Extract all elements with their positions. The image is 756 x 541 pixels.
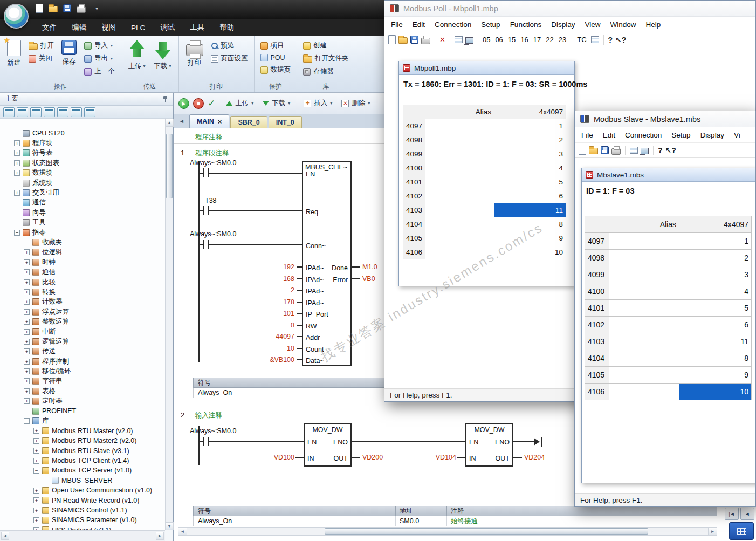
tree-item[interactable]: +表格: [0, 386, 165, 396]
alias-cell[interactable]: [609, 250, 679, 266]
close-button[interactable]: 关闭: [26, 53, 56, 64]
symbol-comment[interactable]: 始终接通: [451, 516, 478, 526]
plc-menu-PLC[interactable]: PLC: [123, 21, 153, 35]
register-address[interactable]: 4103: [403, 203, 425, 217]
download-toolbar-button[interactable]: 下载▾: [260, 97, 293, 109]
function-15-button[interactable]: 15: [508, 36, 516, 44]
setup-grid-icon[interactable]: [630, 147, 638, 154]
expand-plus-icon[interactable]: +: [24, 279, 30, 285]
symbol-name[interactable]: Always_On: [198, 389, 232, 396]
scrollbar-thumb[interactable]: [166, 134, 173, 198]
tree-item[interactable]: +符号表: [0, 148, 165, 158]
operand-value[interactable]: 178: [249, 298, 294, 306]
register-value[interactable]: 8: [494, 217, 566, 231]
sidebar-tool-icon[interactable]: [17, 107, 28, 117]
sidebar-tool-icon[interactable]: [71, 107, 82, 117]
plc-menu-文件[interactable]: 文件: [35, 20, 64, 35]
expand-plus-icon[interactable]: +: [24, 319, 30, 325]
tree-item[interactable]: +定时器: [0, 396, 165, 406]
register-address[interactable]: 4099: [585, 266, 609, 283]
expand-plus-icon[interactable]: +: [24, 289, 30, 295]
tree-item[interactable]: +计数器: [0, 297, 165, 307]
tc-button[interactable]: TC: [577, 36, 586, 44]
plc-menu-编辑[interactable]: 编辑: [64, 20, 94, 35]
upload-toolbar-button[interactable]: 上传▾: [223, 97, 256, 109]
print-button[interactable]: 打印: [183, 38, 207, 69]
quick-new-icon[interactable]: [36, 4, 43, 13]
mov-dw-block[interactable]: MOV_DW EN ENO IN OUT: [465, 423, 513, 467]
plc-menu-视图[interactable]: 视图: [94, 20, 123, 35]
page-setup-button[interactable]: 页面设置: [209, 53, 250, 64]
display-icon[interactable]: [641, 148, 649, 154]
mbslave-doc-titlebar[interactable]: Mbslave1.mbs: [582, 168, 755, 182]
register-value[interactable]: 9: [679, 367, 752, 384]
poll-menu-connection[interactable]: Connection: [430, 18, 476, 31]
alias-cell[interactable]: [609, 384, 679, 400]
tree-item[interactable]: MBUS_SERVER: [0, 476, 165, 485]
expand-plus-icon[interactable]: +: [24, 359, 30, 365]
scroll-left-icon[interactable]: ◄: [178, 528, 187, 535]
register-address[interactable]: 4097: [585, 233, 609, 250]
tree-item[interactable]: +Open User Communication (v1.0): [0, 485, 165, 495]
disconnect-icon[interactable]: ✕: [439, 36, 445, 44]
alias-column-header[interactable]: Alias: [609, 216, 679, 233]
tree-item[interactable]: +Modbus TCP Client (v1.4): [0, 456, 165, 465]
poll-menu-view[interactable]: View: [580, 18, 605, 31]
sidebar-horizontal-scrollbar[interactable]: ◄ ►: [0, 530, 165, 541]
plc-menu-调试[interactable]: 调试: [153, 20, 182, 35]
tree-item[interactable]: +状态图表: [0, 158, 165, 168]
alias-cell[interactable]: [425, 147, 494, 161]
expand-plus-icon[interactable]: +: [24, 398, 30, 404]
network-comment[interactable]: 程序段注释: [195, 149, 229, 158]
register-address[interactable]: 4101: [585, 300, 609, 317]
tab-close-icon[interactable]: ×: [218, 118, 222, 126]
register-value[interactable]: 3: [494, 147, 566, 161]
symbol-name[interactable]: Always_On: [198, 516, 232, 526]
register-value[interactable]: 5: [494, 175, 566, 189]
quick-access-dropdown-icon[interactable]: ▾: [95, 5, 98, 11]
expand-plus-icon[interactable]: +: [14, 140, 20, 146]
register-address[interactable]: 4105: [585, 367, 609, 384]
tree-item[interactable]: +比较: [0, 277, 165, 287]
import-button[interactable]: 导入▾: [82, 40, 117, 51]
alias-cell[interactable]: [609, 233, 679, 250]
contact-symbol[interactable]: [203, 206, 209, 215]
tree-item[interactable]: +交叉引用: [0, 188, 165, 197]
save-icon[interactable]: [601, 146, 609, 154]
register-address[interactable]: 4102: [403, 189, 425, 203]
previous-button[interactable]: 上一个: [82, 66, 117, 77]
scrollbar-track[interactable]: [187, 528, 708, 535]
mbpoll-doc-titlebar[interactable]: Mbpoll1.mbp: [399, 61, 574, 75]
alias-cell[interactable]: [425, 245, 494, 259]
alias-cell[interactable]: [609, 317, 679, 333]
tree-item[interactable]: +传送: [0, 347, 165, 357]
expand-plus-icon[interactable]: +: [33, 488, 39, 494]
contact-symbol[interactable]: [203, 437, 209, 446]
operand-value[interactable]: 192: [249, 263, 294, 271]
quick-open-icon[interactable]: [49, 6, 58, 12]
tree-item[interactable]: +整数运算: [0, 317, 165, 326]
previous-record-icon[interactable]: ◄: [740, 508, 754, 520]
alias-cell[interactable]: [425, 217, 494, 231]
function-16-button[interactable]: 16: [520, 36, 528, 44]
tree-item[interactable]: −指令: [0, 228, 165, 237]
new-file-icon[interactable]: [388, 35, 396, 44]
register-column-header[interactable]: 4x4097: [679, 216, 752, 233]
plc-menu-工具[interactable]: 工具: [182, 20, 212, 35]
tree-item[interactable]: 系统块: [0, 178, 165, 188]
register-address[interactable]: 4101: [403, 175, 425, 189]
register-address[interactable]: 4100: [585, 283, 609, 300]
register-address[interactable]: 4106: [403, 245, 425, 259]
insert-button[interactable]: 插入▾: [301, 97, 335, 109]
project-button[interactable]: 项目: [258, 40, 293, 51]
function-05-button[interactable]: 05: [483, 36, 490, 44]
new-button[interactable]: 新建: [4, 38, 24, 69]
expand-plus-icon[interactable]: +: [24, 259, 30, 265]
sidebar-tool-icon[interactable]: [3, 107, 15, 117]
operand-value[interactable]: VB0: [362, 275, 375, 283]
alias-cell[interactable]: [609, 266, 679, 283]
stop-button[interactable]: [193, 98, 204, 109]
sidebar-tool-icon[interactable]: [44, 107, 55, 117]
register-value[interactable]: 5: [679, 300, 752, 317]
register-address[interactable]: 4098: [403, 133, 425, 147]
